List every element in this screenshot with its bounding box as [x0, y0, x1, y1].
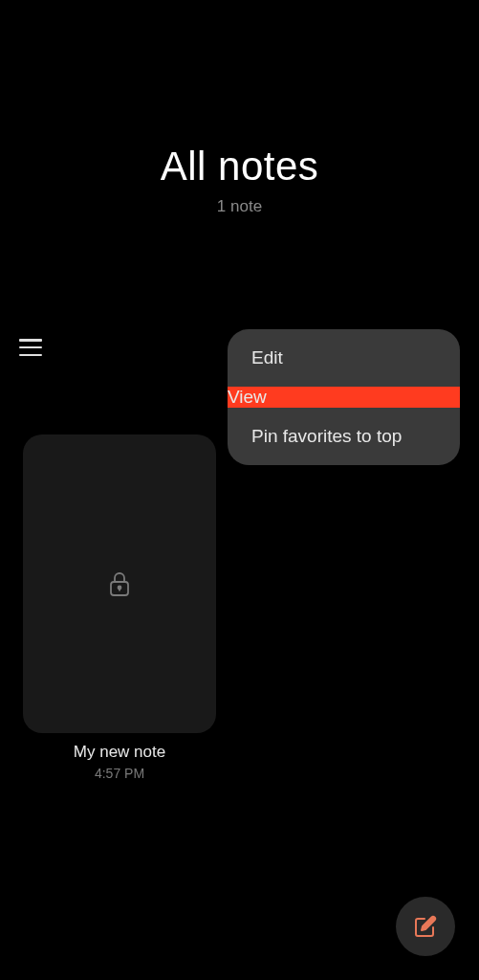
- page-title: All notes: [0, 144, 479, 189]
- note-card[interactable]: [23, 434, 216, 733]
- note-count: 1 note: [0, 197, 479, 216]
- note-title: My new note: [23, 743, 216, 762]
- menu-item-edit[interactable]: Edit: [228, 329, 460, 387]
- toolbar: Edit View Pin favorites to top: [0, 339, 479, 356]
- header: All notes 1 note: [0, 0, 479, 216]
- lock-icon: [108, 570, 131, 597]
- menu-item-view-highlight: View: [228, 387, 460, 408]
- compose-button[interactable]: [396, 897, 455, 956]
- note-info: My new note 4:57 PM: [23, 743, 216, 781]
- overflow-menu: Edit View Pin favorites to top: [228, 329, 460, 465]
- note-timestamp: 4:57 PM: [23, 766, 216, 781]
- menu-item-pin-favorites[interactable]: Pin favorites to top: [228, 408, 460, 465]
- menu-icon[interactable]: [19, 339, 42, 356]
- menu-item-view[interactable]: View: [228, 387, 460, 408]
- compose-icon: [414, 915, 437, 938]
